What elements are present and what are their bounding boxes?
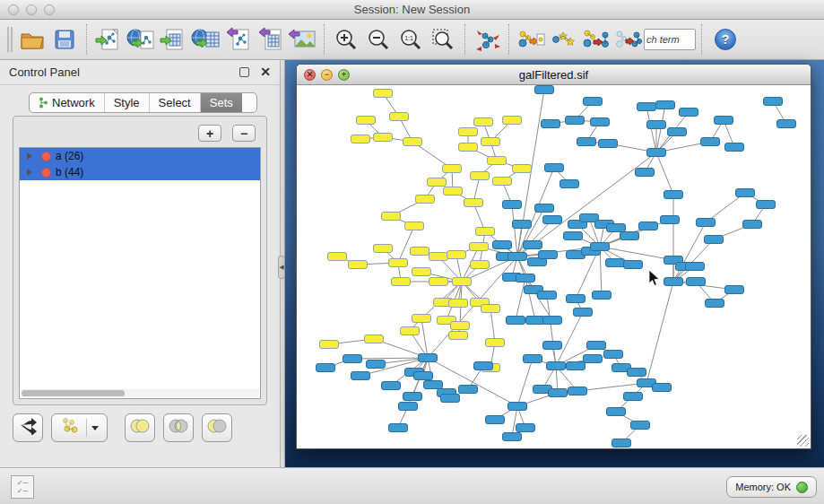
apply-layout-button[interactable] bbox=[471, 23, 503, 56]
graph-node[interactable] bbox=[486, 416, 505, 424]
set-row-a[interactable]: a (26) bbox=[20, 148, 260, 164]
graph-node[interactable] bbox=[647, 149, 666, 157]
graph-node[interactable] bbox=[503, 433, 522, 441]
graph-node[interactable] bbox=[357, 117, 376, 125]
search-input[interactable]: ch term bbox=[644, 29, 696, 50]
graph-node[interactable] bbox=[686, 263, 705, 271]
graph-node[interactable] bbox=[705, 236, 724, 244]
graph-edge[interactable] bbox=[398, 226, 414, 263]
graph-node[interactable] bbox=[524, 355, 542, 363]
graph-node[interactable] bbox=[382, 382, 401, 390]
graph-node[interactable] bbox=[543, 342, 562, 350]
scrollbar-thumb[interactable] bbox=[22, 390, 125, 396]
graph-node[interactable] bbox=[459, 386, 478, 394]
graph-node[interactable] bbox=[567, 362, 585, 370]
graph-node[interactable] bbox=[591, 243, 610, 251]
graph-node[interactable] bbox=[367, 361, 386, 369]
graph-node[interactable] bbox=[624, 393, 643, 401]
graph-node[interactable] bbox=[628, 369, 646, 377]
graph-edge[interactable] bbox=[673, 222, 706, 282]
graph-edge[interactable] bbox=[517, 359, 533, 406]
graph-node[interactable] bbox=[545, 164, 564, 172]
disclosure-triangle-icon[interactable] bbox=[27, 169, 32, 176]
graph-node[interactable] bbox=[636, 169, 655, 177]
graph-node[interactable] bbox=[566, 117, 585, 125]
collapse-panel-icon[interactable]: ◀ bbox=[278, 256, 285, 279]
graph-node[interactable] bbox=[444, 187, 463, 196]
create-set-from-network-button[interactable] bbox=[51, 413, 108, 442]
graph-node[interactable] bbox=[584, 98, 603, 106]
graph-node[interactable] bbox=[493, 241, 512, 249]
graph-node[interactable] bbox=[743, 221, 762, 229]
graph-edge[interactable] bbox=[646, 107, 656, 152]
open-session-button[interactable] bbox=[16, 23, 48, 56]
graph-node[interactable] bbox=[664, 278, 683, 286]
graph-node[interactable] bbox=[365, 335, 384, 343]
remove-set-button[interactable]: − bbox=[232, 125, 256, 142]
graph-node[interactable] bbox=[539, 251, 558, 259]
graph-edge[interactable] bbox=[512, 406, 517, 437]
graph-node[interactable] bbox=[687, 278, 706, 286]
window-titlebar[interactable]: Session: New Session bbox=[0, 0, 824, 20]
graph-node[interactable] bbox=[535, 204, 554, 213]
graph-node[interactable] bbox=[389, 424, 408, 432]
graph-node[interactable] bbox=[587, 342, 606, 350]
graph-node[interactable] bbox=[471, 172, 490, 180]
import-network-web-button[interactable] bbox=[125, 23, 157, 56]
sets-list[interactable]: a (26) b (44) bbox=[19, 147, 261, 399]
graph-edge[interactable] bbox=[421, 318, 428, 358]
graph-node[interactable] bbox=[599, 140, 618, 148]
graph-node[interactable] bbox=[481, 305, 500, 313]
memory-status-button[interactable]: Memory: OK bbox=[726, 476, 817, 498]
graph-node[interactable] bbox=[374, 90, 393, 98]
graph-node[interactable] bbox=[503, 201, 522, 209]
graph-node[interactable] bbox=[349, 261, 368, 269]
graph-node[interactable] bbox=[351, 135, 370, 143]
graph-node[interactable] bbox=[412, 315, 431, 323]
graph-node[interactable] bbox=[451, 322, 470, 330]
close-network-icon[interactable]: ✕ bbox=[304, 69, 316, 81]
graph-edge[interactable] bbox=[656, 152, 673, 195]
help-button[interactable]: ? bbox=[715, 29, 736, 50]
graph-node[interactable] bbox=[449, 300, 468, 308]
save-session-button[interactable] bbox=[48, 23, 81, 56]
graph-node[interactable] bbox=[701, 138, 720, 146]
graph-node[interactable] bbox=[624, 261, 643, 269]
graph-node[interactable] bbox=[639, 222, 658, 230]
dropdown-arrow-icon[interactable] bbox=[91, 426, 99, 430]
tab-select[interactable]: Select bbox=[150, 93, 201, 112]
graph-edge[interactable] bbox=[547, 295, 556, 366]
graph-node[interactable] bbox=[471, 261, 490, 269]
graph-node[interactable] bbox=[661, 216, 680, 224]
export-image-button[interactable] bbox=[286, 23, 318, 56]
graph-node[interactable] bbox=[419, 354, 438, 362]
graph-node[interactable] bbox=[777, 120, 796, 128]
graph-node[interactable] bbox=[715, 117, 733, 125]
graph-node[interactable] bbox=[424, 381, 443, 389]
graph-node[interactable] bbox=[516, 274, 535, 282]
graph-node[interactable] bbox=[493, 178, 512, 186]
graph-node[interactable] bbox=[416, 196, 435, 204]
graph-node[interactable] bbox=[474, 362, 493, 370]
graph-node[interactable] bbox=[508, 403, 527, 411]
graph-node[interactable] bbox=[547, 362, 566, 370]
toolbar-drag-handle[interactable] bbox=[7, 27, 13, 52]
graph-node[interactable] bbox=[584, 355, 603, 363]
graph-node[interactable] bbox=[320, 341, 339, 349]
graph-node[interactable] bbox=[328, 253, 347, 261]
union-sets-button[interactable] bbox=[125, 413, 155, 442]
import-table-file-button[interactable] bbox=[157, 23, 189, 56]
minimize-network-icon[interactable]: − bbox=[321, 69, 333, 81]
graph-node[interactable] bbox=[382, 213, 401, 221]
graph-node[interactable] bbox=[668, 128, 687, 136]
graph-node[interactable] bbox=[405, 222, 424, 230]
graph-node[interactable] bbox=[392, 278, 411, 286]
graph-node[interactable] bbox=[664, 191, 683, 199]
graph-node[interactable] bbox=[403, 138, 422, 146]
graph-edge[interactable] bbox=[577, 383, 646, 391]
graph-node[interactable] bbox=[736, 189, 755, 197]
split-set-button[interactable] bbox=[13, 413, 43, 442]
graph-node[interactable] bbox=[351, 372, 370, 380]
graph-node[interactable] bbox=[620, 232, 639, 240]
zoom-in-button[interactable] bbox=[330, 23, 362, 56]
